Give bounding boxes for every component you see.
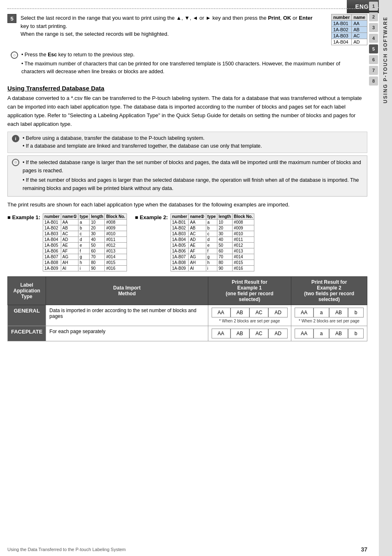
footer: Using the Data Transferred to the P-touc… [0,546,375,553]
section-heading: Using Transferred Database Data [7,85,367,92]
row-faceplate-label: FACEPLATE [8,326,46,341]
faceplate-block-ab2: AB [329,329,348,338]
sidebar-label: USING P-TOUCH SOFTWARE [383,16,388,103]
col-header-method: Data ImportMethod [46,276,208,305]
block-aa: AA [212,308,231,317]
col-header-ex1: Print Result forExample 1(one field per … [208,276,291,305]
example2-block: ■ Example 2: numbername②typelengthBlock … [135,213,255,271]
info-text: • Before using a database, transfer the … [23,134,262,150]
main-content: 5 Select the last record in the range th… [0,0,375,350]
block-a2: a [314,308,329,317]
faceplate-block-ad: AD [268,329,288,338]
section-body: A database converted to a *.csv file can… [7,94,367,128]
faceplate-block-aa: AA [212,329,231,338]
faceplate-block-a2: a [314,329,329,338]
block-ab: AB [231,308,249,317]
ex1-note: * When 2 blocks are set per page [212,319,288,323]
row-faceplate-ex1: AA AB AC AD [208,326,291,341]
info-box: i • Before using a database, transfer th… [7,132,367,153]
example1-block: ■ Example 1: numbername①typelengthBlock … [7,213,127,271]
row-general-method: Data is imported in order according to t… [46,305,208,326]
dotted-separator [7,8,367,9]
ex2-note: * When 2 blocks are set per page [295,319,364,323]
gray-note-box: ○ • If the selected database range is la… [7,155,367,197]
footer-left: Using the Data Transferred to the P-touc… [7,547,126,552]
example1-label: ■ Example 1: [7,214,40,220]
step5-box: 5 Select the last record in the range th… [7,14,319,38]
col-header-ex2: Print Result forExample 2(two fields per… [291,276,367,305]
block-ab2: AB [329,308,348,317]
row-general-ex1: AA AB AC AD * When 2 blocks are set per … [208,305,291,326]
step5-table: numbername 1A-B01AA 1A-B02AB 1A-B03AC 1A… [331,14,367,45]
examples-intro: The print results are shown for each lab… [7,201,367,209]
step5-text: Select the last record in the range that… [21,14,319,38]
gray-note-icon: ○ [12,159,19,166]
example2-table: numbername②typelengthBlock No. 1A-B01AAa… [171,213,254,271]
gray-note-text: • If the selected database range is larg… [23,158,363,194]
note-box-1: ○ • Press the Esc key to return to the p… [7,49,367,79]
block-b2: b [348,308,364,317]
row-faceplate-ex2: AA a AB b [291,326,367,341]
faceplate-block-ab: AB [231,329,249,338]
page-number: 37 [361,546,367,553]
info-icon: i [12,135,19,142]
step5-row: 5 Select the last record in the range th… [7,14,367,45]
note-icon-1: ○ [11,51,18,59]
faceplate-block-ac: AC [249,329,269,338]
right-sidebar: USING P-TOUCH SOFTWARE [379,0,392,556]
block-ac: AC [249,308,269,317]
row-general-ex2: AA a AB b * When 2 blocks are set per pa… [291,305,367,326]
example2-label: ■ Example 2: [135,214,168,220]
row-faceplate-method: For each page separately [46,326,208,341]
step5-number: 5 [7,14,16,23]
col-header-label: LabelApplicationType [8,276,46,305]
faceplate-block-aa2: AA [295,329,314,338]
block-ad: AD [268,308,288,317]
note-text-1: • Press the Esc key to return to the pre… [21,51,364,76]
row-general-label: GENERAL [8,305,46,326]
comparison-table: LabelApplicationType Data ImportMethod P… [7,276,367,341]
faceplate-block-b2: b [348,329,364,338]
examples-row: ■ Example 1: numbername①typelengthBlock … [7,213,367,271]
block-aa2: AA [295,308,314,317]
example1-table: numbername①typelengthBlock No. 1A-B01AAa… [43,213,127,271]
